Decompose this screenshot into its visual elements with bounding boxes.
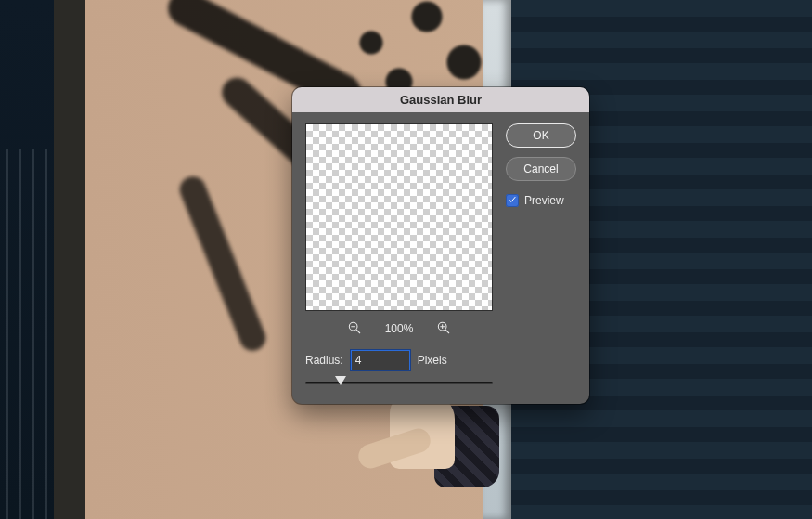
svg-line-4	[445, 330, 449, 333]
radius-unit-label: Pixels	[418, 354, 447, 367]
svg-line-1	[356, 330, 360, 333]
radius-input[interactable]	[351, 350, 410, 370]
cancel-button[interactable]: Cancel	[506, 157, 576, 181]
preview-checkbox[interactable]	[506, 194, 519, 207]
radius-slider[interactable]	[305, 376, 493, 389]
zoom-in-button[interactable]	[433, 318, 454, 339]
zoom-out-icon	[347, 320, 362, 338]
radius-label: Radius:	[305, 354, 343, 367]
gaussian-blur-dialog: Gaussian Blur 100%	[292, 87, 589, 404]
background-window-bars	[6, 149, 48, 519]
blur-preview-area[interactable]	[305, 123, 493, 311]
background-window-frame	[0, 0, 54, 519]
background-person	[353, 385, 510, 519]
photoshop-canvas: Gaussian Blur 100%	[0, 0, 812, 519]
ok-button[interactable]: OK	[506, 123, 576, 148]
zoom-in-icon	[436, 320, 451, 338]
radius-slider-rail	[305, 382, 493, 384]
radius-slider-thumb[interactable]	[335, 376, 346, 385]
preview-checkbox-label: Preview	[524, 194, 564, 207]
checkmark-icon	[508, 194, 517, 207]
zoom-out-button[interactable]	[344, 318, 365, 339]
zoom-percent-label: 100%	[385, 322, 414, 335]
dialog-title: Gaussian Blur	[292, 87, 589, 112]
